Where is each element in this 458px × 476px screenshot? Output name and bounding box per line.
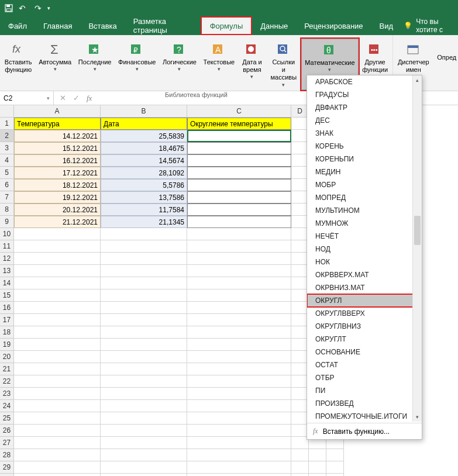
cell[interactable] bbox=[187, 203, 291, 216]
cell[interactable] bbox=[187, 474, 291, 476]
tab-home[interactable]: Главная bbox=[35, 16, 80, 35]
cell[interactable] bbox=[101, 449, 187, 461]
cell[interactable]: 14,5674 bbox=[101, 154, 187, 167]
cell[interactable] bbox=[101, 474, 187, 476]
cell[interactable] bbox=[101, 400, 187, 412]
cell[interactable] bbox=[187, 277, 291, 289]
autosum-button[interactable]: Σ Автосумма▾ bbox=[35, 39, 75, 90]
cell[interactable] bbox=[14, 449, 101, 461]
function-item[interactable]: ПРОМЕЖУТОЧНЫЕ.ИТОГИ bbox=[307, 410, 422, 423]
row-header[interactable]: 14 bbox=[0, 277, 14, 289]
cell[interactable] bbox=[309, 449, 326, 461]
tab-view[interactable]: Вид bbox=[371, 16, 402, 35]
col-header-C[interactable]: C bbox=[187, 105, 291, 118]
cell[interactable] bbox=[187, 449, 291, 461]
redo-button[interactable]: ↷ bbox=[35, 4, 42, 13]
function-item[interactable]: ОКРВВЕРХ.МАТ bbox=[307, 268, 422, 281]
insert-function-menu-item[interactable]: fx Вставить функцию... bbox=[307, 423, 422, 439]
cell[interactable] bbox=[187, 179, 291, 191]
cell[interactable] bbox=[14, 400, 101, 412]
cell[interactable]: 19.12.2021 bbox=[14, 191, 101, 203]
scroll-up-icon[interactable]: ▴ bbox=[413, 75, 422, 85]
row-header[interactable]: 15 bbox=[0, 289, 14, 302]
row-header[interactable]: 16 bbox=[0, 302, 14, 314]
cell[interactable] bbox=[101, 265, 187, 277]
cell[interactable] bbox=[187, 363, 291, 375]
cell[interactable]: 16.12.2021 bbox=[14, 154, 101, 167]
cell[interactable] bbox=[14, 265, 101, 277]
save-button[interactable] bbox=[5, 4, 13, 12]
cell[interactable] bbox=[187, 351, 291, 363]
cell[interactable] bbox=[14, 240, 101, 253]
row-header[interactable]: 28 bbox=[0, 449, 14, 461]
cell[interactable] bbox=[187, 302, 291, 314]
row-header[interactable]: 6 bbox=[0, 179, 14, 191]
row-header[interactable]: 5 bbox=[0, 167, 14, 179]
qat-customize[interactable]: ▾ bbox=[47, 5, 50, 11]
cell[interactable] bbox=[101, 228, 187, 240]
datetime-button[interactable]: Дата и время▾ bbox=[238, 39, 266, 90]
row-header[interactable]: 23 bbox=[0, 388, 14, 400]
row-header[interactable]: 10 bbox=[0, 228, 14, 240]
cell[interactable] bbox=[187, 289, 291, 302]
cell[interactable] bbox=[14, 277, 101, 289]
cell[interactable] bbox=[14, 253, 101, 265]
cell[interactable] bbox=[187, 388, 291, 400]
cell[interactable] bbox=[187, 339, 291, 351]
name-box[interactable]: C2 ▾ bbox=[0, 91, 54, 105]
cell[interactable] bbox=[101, 326, 187, 339]
cell[interactable] bbox=[101, 425, 187, 437]
tab-formulas[interactable]: Формулы bbox=[201, 16, 253, 35]
name-manager-button[interactable]: Диспетчер имен bbox=[394, 39, 433, 76]
cell[interactable] bbox=[101, 437, 187, 449]
select-all-corner[interactable] bbox=[0, 105, 14, 118]
logical-button[interactable]: ? Логические▾ bbox=[159, 39, 200, 90]
cell[interactable] bbox=[14, 339, 101, 351]
cell[interactable]: 18.12.2021 bbox=[14, 179, 101, 191]
function-item[interactable]: МОПРЕД bbox=[307, 191, 422, 204]
cell[interactable] bbox=[187, 326, 291, 339]
cell[interactable]: Округление температуры bbox=[187, 118, 291, 130]
cell[interactable] bbox=[309, 461, 326, 474]
function-item[interactable]: КОРЕНЬ bbox=[307, 140, 422, 153]
function-item[interactable]: ОКРУГЛВВЕРХ bbox=[307, 307, 422, 320]
row-header[interactable]: 7 bbox=[0, 191, 14, 203]
function-item[interactable]: ПРОИЗВЕД bbox=[307, 397, 422, 410]
undo-button[interactable]: ↶▾ bbox=[19, 4, 29, 13]
cell[interactable] bbox=[187, 461, 291, 474]
function-item[interactable]: ОТБР bbox=[307, 371, 422, 384]
financial-button[interactable]: ₽ Финансовые▾ bbox=[115, 39, 159, 90]
function-item[interactable]: ОКРУГЛВНИЗ bbox=[307, 320, 422, 333]
cell[interactable]: 21.12.2021 bbox=[14, 216, 101, 228]
row-header[interactable]: 25 bbox=[0, 412, 14, 425]
row-header[interactable]: 30 bbox=[0, 474, 14, 476]
row-header[interactable]: 27 bbox=[0, 437, 14, 449]
cell[interactable] bbox=[309, 474, 326, 476]
cell[interactable] bbox=[187, 191, 291, 203]
accept-formula-icon[interactable]: ✓ bbox=[73, 94, 80, 102]
cancel-formula-icon[interactable]: ✕ bbox=[60, 94, 66, 102]
cell[interactable] bbox=[101, 351, 187, 363]
function-item[interactable]: ОСТАТ bbox=[307, 358, 422, 371]
cell[interactable]: 28,1092 bbox=[101, 167, 187, 179]
function-item[interactable]: ОКРВНИЗ.МАТ bbox=[307, 281, 422, 294]
cell[interactable] bbox=[101, 339, 187, 351]
cell[interactable] bbox=[187, 253, 291, 265]
cell[interactable] bbox=[187, 400, 291, 412]
tell-me-search[interactable]: 💡 Что вы хотите с bbox=[404, 18, 458, 34]
cell[interactable] bbox=[14, 461, 101, 474]
row-header[interactable]: 21 bbox=[0, 363, 14, 375]
function-item[interactable]: ДЕС bbox=[307, 114, 422, 127]
define-name-button[interactable]: Опред bbox=[433, 39, 458, 76]
lookup-button[interactable]: Ссылки и массивы▾ bbox=[266, 39, 301, 90]
tab-insert[interactable]: Вставка bbox=[80, 16, 125, 35]
cell[interactable] bbox=[187, 228, 291, 240]
function-item[interactable]: ОКРУГЛТ bbox=[307, 333, 422, 346]
cell[interactable] bbox=[326, 449, 344, 461]
function-item[interactable]: ЗНАК bbox=[307, 127, 422, 140]
cell[interactable] bbox=[326, 461, 344, 474]
cell[interactable] bbox=[101, 388, 187, 400]
cell[interactable] bbox=[14, 228, 101, 240]
row-header[interactable]: 26 bbox=[0, 425, 14, 437]
cell[interactable] bbox=[14, 425, 101, 437]
